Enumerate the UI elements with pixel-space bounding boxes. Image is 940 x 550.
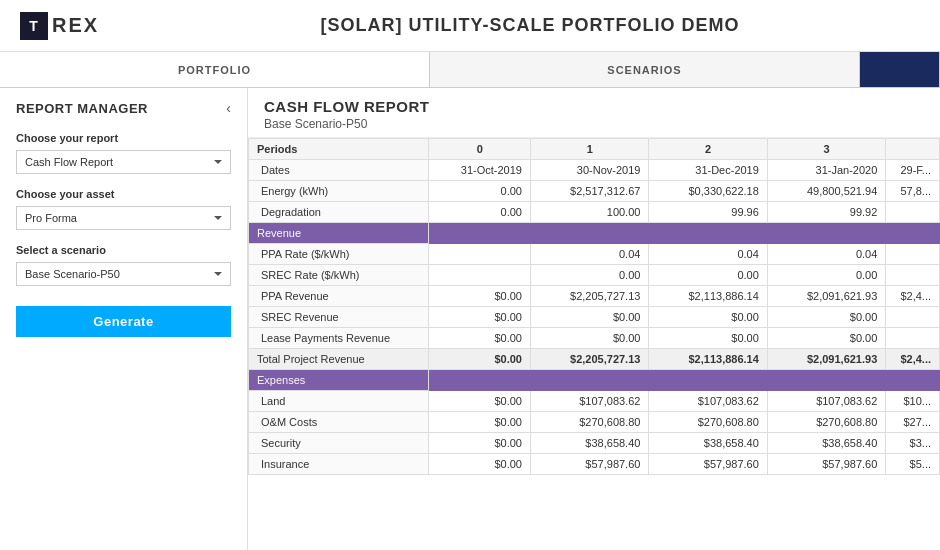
total-label: Total Project Revenue	[249, 349, 429, 370]
asset-label: Choose your asset	[16, 188, 231, 200]
table-row: O&M Costs$0.00$270,608.80$270,608.80$270…	[249, 412, 940, 433]
row-value: $0,330,622.18	[649, 181, 767, 202]
row-value: $0.00	[530, 328, 648, 349]
row-value: $0.00	[649, 307, 767, 328]
tab-dark[interactable]	[860, 52, 940, 87]
table-row: Insurance$0.00$57,987.60$57,987.60$57,98…	[249, 454, 940, 475]
table-row: Land$0.00$107,083.62$107,083.62$107,083.…	[249, 391, 940, 412]
table-row: Revenue	[249, 223, 940, 244]
row-value: $38,658.40	[530, 433, 648, 454]
row-value: $107,083.62	[649, 391, 767, 412]
table-header-row: Periods 0 1 2 3	[249, 139, 940, 160]
table-row: Total Project Revenue$0.00$2,205,727.13$…	[249, 349, 940, 370]
report-title: CASH FLOW REPORT	[264, 98, 924, 115]
section-cell	[429, 370, 531, 391]
generate-button[interactable]: Generate	[16, 306, 231, 337]
row-value: 31-Jan-2020	[767, 160, 885, 181]
content-area: CASH FLOW REPORT Base Scenario-P50 Perio…	[248, 88, 940, 550]
row-value: $0.00	[767, 307, 885, 328]
row-label: Insurance	[249, 454, 429, 475]
section-cell	[429, 223, 531, 244]
row-value	[886, 328, 940, 349]
col-header-3: 3	[767, 139, 885, 160]
tab-portfolio[interactable]: PORTFOLIO	[0, 52, 430, 87]
row-value: 57,8...	[886, 181, 940, 202]
row-value: 99.96	[649, 202, 767, 223]
row-value: 0.04	[767, 244, 885, 265]
report-subtitle: Base Scenario-P50	[264, 117, 924, 131]
row-label: O&M Costs	[249, 412, 429, 433]
header: T REX [SOLAR] UTILITY-SCALE PORTFOLIO DE…	[0, 0, 940, 52]
row-value: $270,608.80	[530, 412, 648, 433]
logo-text: REX	[52, 14, 99, 37]
row-value: $0.00	[429, 412, 531, 433]
row-value: 31-Oct-2019	[429, 160, 531, 181]
row-value: $270,608.80	[767, 412, 885, 433]
row-value: $0.00	[429, 454, 531, 475]
row-value: $10...	[886, 391, 940, 412]
scenario-select[interactable]: Base Scenario-P50 Scenario 2 Scenario 3	[16, 262, 231, 286]
row-value: $3...	[886, 433, 940, 454]
nav-tabs: PORTFOLIO SCENARIOS	[0, 52, 940, 88]
row-value: $270,608.80	[649, 412, 767, 433]
row-value	[429, 265, 531, 286]
table-row: PPA Rate ($/kWh)0.040.040.04	[249, 244, 940, 265]
table-container: Periods 0 1 2 3 Dates31-Oct-201930-Nov-2…	[248, 138, 940, 550]
table-row: Dates31-Oct-201930-Nov-201931-Dec-201931…	[249, 160, 940, 181]
total-value: $0.00	[429, 349, 531, 370]
row-value: $57,987.60	[530, 454, 648, 475]
section-cell	[886, 223, 940, 244]
row-label: Energy (kWh)	[249, 181, 429, 202]
row-value: 0.00	[429, 181, 531, 202]
section-cell	[530, 223, 648, 244]
total-value: $2,113,886.14	[649, 349, 767, 370]
table-row: Expenses	[249, 370, 940, 391]
col-header-more	[886, 139, 940, 160]
row-value: $57,987.60	[649, 454, 767, 475]
section-cell	[886, 370, 940, 391]
row-value: 30-Nov-2019	[530, 160, 648, 181]
table-row: Degradation0.00100.0099.9699.92	[249, 202, 940, 223]
total-value: $2,4...	[886, 349, 940, 370]
row-value: 100.00	[530, 202, 648, 223]
sidebar-collapse-button[interactable]: ‹	[226, 100, 231, 116]
row-value: $0.00	[429, 433, 531, 454]
row-value: 0.04	[530, 244, 648, 265]
scenario-section: Select a scenario Base Scenario-P50 Scen…	[16, 244, 231, 286]
row-value: $2,091,621.93	[767, 286, 885, 307]
total-value: $2,205,727.13	[530, 349, 648, 370]
row-value: $38,658.40	[649, 433, 767, 454]
section-label: Expenses	[249, 370, 429, 391]
section-cell	[649, 223, 767, 244]
report-select[interactable]: Cash Flow Report IRR Report Summary Repo…	[16, 150, 231, 174]
row-value: 29-F...	[886, 160, 940, 181]
col-header-2: 2	[649, 139, 767, 160]
row-value: 0.00	[530, 265, 648, 286]
asset-select[interactable]: Pro Forma Asset 1 Asset 2	[16, 206, 231, 230]
col-header-label: Periods	[249, 139, 429, 160]
row-label: SREC Rate ($/kWh)	[249, 265, 429, 286]
content-header: CASH FLOW REPORT Base Scenario-P50	[248, 88, 940, 138]
row-value: $2,113,886.14	[649, 286, 767, 307]
cash-flow-table: Periods 0 1 2 3 Dates31-Oct-201930-Nov-2…	[248, 138, 940, 475]
row-value: $2,205,727.13	[530, 286, 648, 307]
table-row: SREC Rate ($/kWh)0.000.000.00	[249, 265, 940, 286]
total-value: $2,091,621.93	[767, 349, 885, 370]
row-value	[886, 202, 940, 223]
row-label: Lease Payments Revenue	[249, 328, 429, 349]
row-value: $38,658.40	[767, 433, 885, 454]
asset-section: Choose your asset Pro Forma Asset 1 Asse…	[16, 188, 231, 230]
row-value: $57,987.60	[767, 454, 885, 475]
section-cell	[767, 370, 885, 391]
report-label: Choose your report	[16, 132, 231, 144]
row-value: $0.00	[429, 328, 531, 349]
row-value: 0.04	[649, 244, 767, 265]
col-header-0: 0	[429, 139, 531, 160]
row-value: $0.00	[429, 286, 531, 307]
row-label: PPA Rate ($/kWh)	[249, 244, 429, 265]
row-value: $0.00	[649, 328, 767, 349]
tab-scenarios[interactable]: SCENARIOS	[430, 52, 860, 87]
row-value: $2,517,312.67	[530, 181, 648, 202]
row-value: $0.00	[767, 328, 885, 349]
row-label: Land	[249, 391, 429, 412]
